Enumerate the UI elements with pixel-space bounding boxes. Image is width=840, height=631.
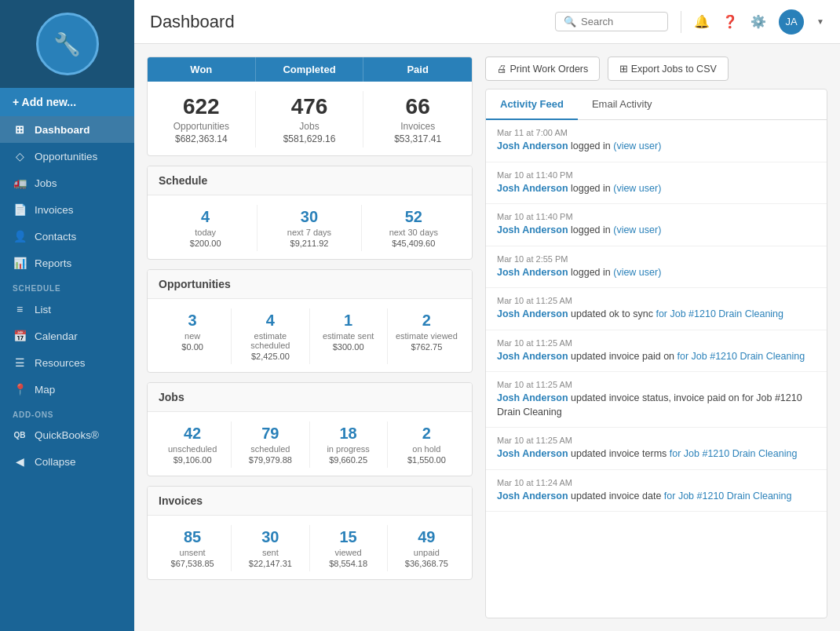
sidebar-item-quickbooks[interactable]: QB QuickBooks® [0,422,134,448]
feed-item-action: logged in [568,267,614,278]
sidebar-item-collapse[interactable]: ◀ Collapse [0,448,134,475]
feed-item-text: Josh Anderson updated invoice paid on fo… [497,350,816,364]
main-content: Dashboard 🔍 🔔 ❓ ⚙️ JA ▼ Won Completed [134,0,840,631]
sidebar-item-invoices[interactable]: 📄 Invoices [0,196,134,223]
inv-unsent[interactable]: 85 unsent $67,538.85 [154,525,232,571]
invoices-header: Invoices [148,487,472,516]
sidebar-item-jobs[interactable]: 🚛 Jobs [0,170,134,196]
stats-bar-header: Won Completed Paid [148,57,472,82]
feed-item-link[interactable]: for Job #1210 Drain Cleaning [664,491,792,502]
feed-item-link[interactable]: (view user) [613,183,661,194]
feed-item-user[interactable]: Josh Anderson [497,392,568,403]
job-unsched-num: 42 [159,425,226,443]
schedule-header: Schedule [148,166,472,195]
sidebar-item-label: QuickBooks® [35,429,99,441]
opp-est-sched-num: 4 [236,312,304,330]
collapse-icon: ◀ [13,455,27,468]
opportunities-icon: ◇ [13,150,27,162]
feed-item-link[interactable]: for Job #1210 Drain Cleaning [656,308,783,319]
feed-item-link[interactable]: for Job #1210 Drain Cleaning [677,351,805,362]
notifications-icon[interactable]: 🔔 [694,14,710,29]
opp-est-scheduled[interactable]: 4 estimate scheduled $2,425.00 [232,308,309,364]
add-new-button[interactable]: + Add new... [0,88,134,116]
job-on-hold[interactable]: 2 on hold $1,550.00 [388,421,466,468]
feed-item-link[interactable]: (view user) [613,267,661,278]
inv-viewed[interactable]: 15 viewed $8,554.18 [310,525,388,571]
job-progress-sub: in progress [315,444,382,454]
feed-item-text: Josh Anderson logged in (view user) [497,266,816,280]
feed-item-user[interactable]: Josh Anderson [497,308,568,319]
help-icon[interactable]: ❓ [722,14,738,29]
feed-item-link[interactable]: (view user) [613,140,661,151]
stats-header-completed: Completed [256,57,364,82]
schedule-7days[interactable]: 30 next 7 days $9,211.92 [257,205,361,251]
user-avatar[interactable]: JA [779,9,804,35]
schedule-30days[interactable]: 52 next 30 days $45,409.60 [362,205,466,251]
feed-item-user[interactable]: Josh Anderson [497,224,568,235]
sidebar-item-reports[interactable]: 📊 Reports [0,250,134,276]
print-work-orders-button[interactable]: 🖨 Print Work Orders [485,57,600,81]
feed-item-user[interactable]: Josh Anderson [497,448,568,459]
inv-viewed-num: 15 [315,528,382,546]
inv-sent[interactable]: 30 sent $22,147.31 [232,525,309,571]
job-progress-amt: $9,660.25 [315,455,382,465]
page-title: Dashboard [150,12,235,32]
jobs-icon: 🚛 [13,177,27,189]
opp-est-sent[interactable]: 1 estimate sent $300.00 [310,308,388,364]
completed-count: 476 [262,94,357,119]
feed-item: Mar 10 at 2:55 PMJosh Anderson logged in… [486,246,827,289]
feed-item-action: logged in [568,140,614,151]
invoices-body: 85 unsent $67,538.85 30 sent $22,147.31 … [148,516,472,579]
tab-email-activity[interactable]: Email Activity [578,89,667,120]
job-scheduled[interactable]: 79 scheduled $79,979.88 [232,421,309,468]
stats-header-won: Won [148,57,256,82]
job-sched-amt: $79,979.88 [236,455,304,465]
feed-item-user[interactable]: Josh Anderson [497,183,568,194]
job-in-progress[interactable]: 18 in progress $9,660.25 [310,421,388,468]
settings-icon[interactable]: ⚙️ [751,14,766,29]
job-unscheduled[interactable]: 42 unscheduled $9,106.00 [154,421,232,468]
opp-new[interactable]: 3 new $0.00 [154,308,232,364]
user-chevron-icon[interactable]: ▼ [816,17,824,26]
opp-est-viewed[interactable]: 2 estimate viewed $762.75 [388,308,466,364]
sidebar-item-list[interactable]: ≡ List [0,296,134,323]
sidebar-item-map[interactable]: 📍 Map [0,376,134,403]
sidebar-item-resources[interactable]: ☰ Resources [0,349,134,376]
schedule-today[interactable]: 4 today $200.00 [154,205,257,251]
feed-item-link[interactable]: for Job #1210 Drain Cleaning [670,448,798,459]
schedule-7days-num: 30 [262,208,356,226]
calendar-icon: 📅 [13,330,27,342]
inv-unpaid[interactable]: 49 unpaid $36,368.75 [388,525,466,571]
addons-section-label: ADD-ONS [0,403,134,422]
jobs-card: Jobs 42 unscheduled $9,106.00 79 schedul… [147,382,473,476]
feed-item-user[interactable]: Josh Anderson [497,491,568,502]
opportunities-body: 3 new $0.00 4 estimate scheduled $2,425.… [148,299,472,372]
feed-item-user[interactable]: Josh Anderson [497,140,568,151]
stats-col-completed: 476 Jobs $581,629.16 [256,91,364,148]
feed-item-text: Josh Anderson updated invoice terms for … [497,447,816,461]
tab-activity-feed[interactable]: Activity Feed [486,89,578,120]
feed-item-link[interactable]: (view user) [613,224,661,235]
sidebar-item-calendar[interactable]: 📅 Calendar [0,323,134,349]
inv-unsent-num: 85 [159,528,226,546]
search-box[interactable]: 🔍 [555,12,668,31]
sidebar-item-label: Opportunities [35,151,97,162]
sidebar-item-contacts[interactable]: 👤 Contacts [0,223,134,250]
sidebar-item-opportunities[interactable]: ◇ Opportunities [0,143,134,170]
sidebar-item-dashboard[interactable]: ⊞ Dashboard [0,116,134,143]
feed-item-text: Josh Anderson updated invoice date for J… [497,490,816,504]
feed-tabs: Activity Feed Email Activity [486,89,827,120]
feed-item-user[interactable]: Josh Anderson [497,351,568,362]
sidebar-item-label: Map [35,384,55,396]
feed-item-time: Mar 10 at 11:25 AM [497,338,816,348]
header-separator [681,11,681,33]
feed-item-time: Mar 11 at 7:00 AM [497,128,816,137]
feed-item-user[interactable]: Josh Anderson [497,267,568,278]
company-logo: 🔧 [36,13,99,75]
inv-sent-sub: sent [236,548,304,557]
inv-unpaid-num: 49 [393,528,461,546]
export-jobs-button[interactable]: ⊞ Export Jobs to CSV [608,57,729,81]
feed-item-text: Josh Anderson updated invoice status, in… [497,392,816,419]
search-input[interactable] [581,16,659,27]
stats-bar-body: 622 Opportunities $682,363.14 476 Jobs $… [148,82,472,155]
